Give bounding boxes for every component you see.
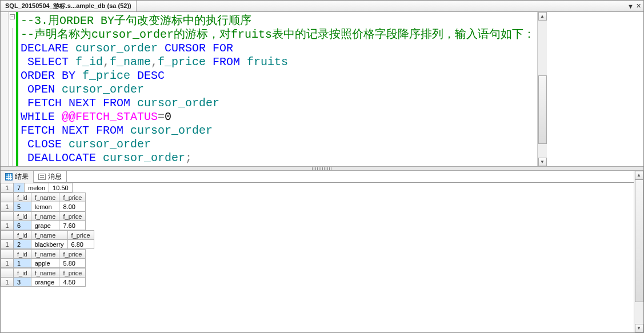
splitter-grip-icon (312, 167, 333, 170)
cell-fprice[interactable]: 8.00 (59, 202, 86, 211)
cell-fid[interactable]: 7 (14, 183, 25, 192)
editor-scrollbar[interactable]: ▲ ▼ (537, 12, 547, 166)
message-icon (38, 174, 46, 180)
cell-fid[interactable]: 3 (14, 278, 31, 287)
tab-window-controls: ▼ ✕ (627, 1, 643, 11)
cell-fname[interactable]: orange (31, 278, 59, 287)
table-row[interactable]: 17melon10.50 (1, 183, 73, 192)
scroll-up-icon[interactable]: ▲ (635, 171, 643, 179)
column-header[interactable]: f_name (31, 231, 67, 240)
column-header[interactable]: f_price (59, 193, 86, 202)
document-tab[interactable]: SQL_20150504_游标.s...ample_db (sa (52)) (1, 1, 137, 11)
result-table[interactable]: f_idf_namef_price16grape7.60 (1, 211, 86, 230)
cell-fprice[interactable]: 10.50 (49, 183, 73, 192)
horizontal-splitter[interactable] (1, 166, 643, 171)
cell-fprice[interactable]: 4.50 (59, 278, 86, 287)
row-number[interactable]: 1 (1, 278, 14, 287)
results-panel: 结果 消息 17melon10.50f_idf_namef_price15lem… (1, 171, 643, 332)
fold-toggle-icon[interactable]: − (10, 14, 15, 19)
cell-fprice[interactable]: 5.80 (59, 259, 86, 268)
row-header-corner (1, 268, 14, 278)
row-number[interactable]: 1 (1, 202, 14, 211)
table-header-row: f_idf_namef_price (1, 193, 86, 202)
result-table[interactable]: 17melon10.50 (1, 183, 73, 192)
result-grid: f_idf_namef_price16grape7.60 (1, 211, 634, 230)
column-header[interactable]: f_name (31, 268, 59, 278)
result-table[interactable]: f_idf_namef_price13orange4.50 (1, 268, 86, 287)
scroll-down-icon[interactable]: ▼ (538, 158, 547, 166)
scroll-thumb[interactable] (538, 75, 547, 144)
column-header[interactable]: f_id (14, 193, 31, 202)
column-header[interactable]: f_price (59, 250, 86, 259)
code-content[interactable]: --3.用ORDER BY子句改变游标中的执行顺序 --声明名称为cursor_… (16, 12, 537, 166)
cell-fname[interactable]: melon (25, 183, 49, 192)
column-header[interactable]: f_name (31, 250, 59, 259)
fold-strip: − (9, 12, 17, 166)
results-scrollbar[interactable]: ▲ ▼ (634, 171, 643, 332)
column-header[interactable]: f_id (14, 250, 31, 259)
row-number[interactable]: 1 (1, 259, 14, 268)
table-row[interactable]: 12blackberry6.80 (1, 240, 94, 249)
cell-fid[interactable]: 1 (14, 259, 31, 268)
cell-fname[interactable]: blackberry (31, 240, 67, 249)
cell-fprice[interactable]: 7.60 (59, 221, 86, 230)
result-grid: f_idf_namef_price11apple5.80 (1, 249, 634, 268)
fold-guide-line (12, 28, 13, 166)
result-table[interactable]: f_idf_namef_price12blackberry6.80 (1, 230, 94, 249)
close-tab-icon[interactable]: ✕ (636, 2, 641, 10)
editor-gutter (1, 12, 9, 166)
table-row[interactable]: 15lemon8.00 (1, 202, 86, 211)
result-grid: f_idf_namef_price12blackberry6.80 (1, 230, 634, 249)
result-table[interactable]: f_idf_namef_price11apple5.80 (1, 249, 86, 268)
table-header-row: f_idf_namef_price (1, 212, 86, 221)
scroll-up-icon[interactable]: ▲ (538, 12, 547, 21)
cell-fname[interactable]: apple (31, 259, 59, 268)
table-header-row: f_idf_namef_price (1, 250, 86, 259)
editor-container: − --3.用ORDER BY子句改变游标中的执行顺序 --声明名称为curso… (1, 12, 643, 166)
column-header[interactable]: f_price (67, 231, 94, 240)
tab-results[interactable]: 结果 (1, 170, 34, 183)
table-header-row: f_idf_namef_price (1, 268, 86, 278)
cell-fid[interactable]: 6 (14, 221, 31, 230)
column-header[interactable]: f_id (14, 268, 31, 278)
row-number[interactable]: 1 (1, 221, 14, 230)
result-grid: f_idf_namef_price13orange4.50 (1, 268, 634, 287)
row-header-corner (1, 231, 14, 240)
scroll-track[interactable] (538, 21, 547, 158)
row-header-corner (1, 193, 14, 202)
tab-messages-label: 消息 (48, 172, 62, 182)
table-row[interactable]: 13orange4.50 (1, 278, 86, 287)
column-header[interactable]: f_id (14, 231, 31, 240)
cell-fid[interactable]: 5 (14, 202, 31, 211)
scroll-thumb[interactable] (635, 179, 643, 302)
row-header-corner (1, 212, 14, 221)
document-tab-bar: SQL_20150504_游标.s...ample_db (sa (52)) ▼… (1, 1, 643, 12)
scroll-track[interactable] (635, 179, 643, 324)
column-header[interactable]: f_price (59, 212, 86, 221)
row-number[interactable]: 1 (1, 240, 14, 249)
table-row[interactable]: 16grape7.60 (1, 221, 86, 230)
result-grid: f_idf_namef_price15lemon8.00 (1, 192, 634, 211)
result-table[interactable]: f_idf_namef_price15lemon8.00 (1, 192, 86, 211)
row-header-corner (1, 250, 14, 259)
table-row[interactable]: 11apple5.80 (1, 259, 86, 268)
column-header[interactable]: f_name (31, 193, 59, 202)
scroll-down-icon[interactable]: ▼ (635, 324, 643, 332)
document-tab-title: SQL_20150504_游标.s...ample_db (sa (52)) (5, 2, 131, 10)
cell-fname[interactable]: lemon (31, 202, 59, 211)
tab-messages[interactable]: 消息 (34, 171, 67, 183)
tab-dropdown-icon[interactable]: ▼ (627, 3, 634, 10)
tab-results-label: 结果 (15, 172, 29, 182)
sql-editor[interactable]: − --3.用ORDER BY子句改变游标中的执行顺序 --声明名称为curso… (1, 12, 537, 166)
cell-fprice[interactable]: 6.80 (67, 240, 94, 249)
column-header[interactable]: f_name (31, 212, 59, 221)
grid-icon (5, 173, 13, 180)
cell-fid[interactable]: 2 (14, 240, 31, 249)
cell-fname[interactable]: grape (31, 221, 59, 230)
column-header[interactable]: f_id (14, 212, 31, 221)
results-tab-strip: 结果 消息 (1, 171, 634, 183)
result-grid: 17melon10.50 (1, 183, 634, 192)
table-header-row: f_idf_namef_price (1, 231, 94, 240)
row-number[interactable]: 1 (1, 183, 14, 192)
column-header[interactable]: f_price (59, 268, 86, 278)
